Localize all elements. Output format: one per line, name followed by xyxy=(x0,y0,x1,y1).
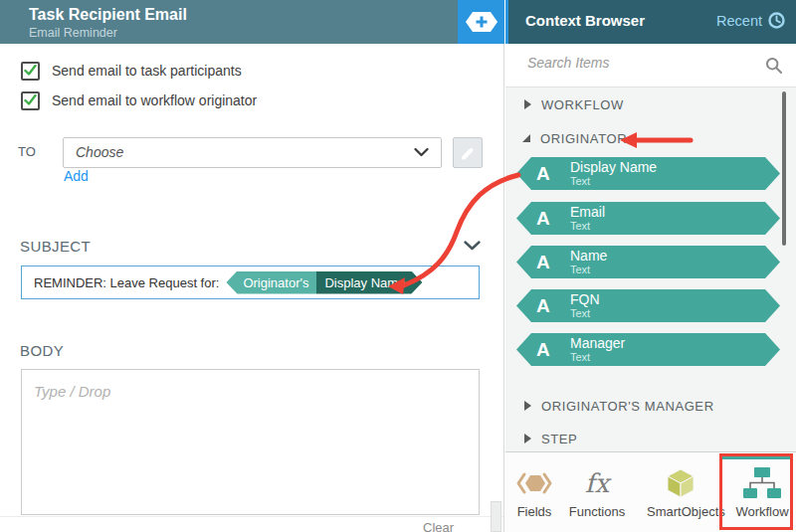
field-chip-email[interactable]: A Email Text xyxy=(516,202,780,235)
checkbox-row-task-participants: Send email to task participants xyxy=(21,61,242,81)
body-placeholder: Type / Drop xyxy=(34,383,110,400)
chip-type: Text xyxy=(570,175,657,187)
tree-scrollbar[interactable] xyxy=(782,91,786,246)
fx-icon: fx xyxy=(585,470,609,496)
check-icon xyxy=(24,94,37,106)
to-field-label: TO xyxy=(18,144,36,159)
chip-title: Display Name xyxy=(570,160,657,175)
send-to-workflow-originator-checkbox[interactable] xyxy=(21,91,40,110)
clock-history-icon xyxy=(768,12,785,29)
search-bar xyxy=(505,44,796,88)
add-recipient-link[interactable]: Add xyxy=(64,168,89,184)
fields-brackets-hexagon-icon xyxy=(515,471,553,495)
chip-title: FQN xyxy=(570,292,600,307)
subject-section-label: SUBJECT xyxy=(20,238,91,255)
checkbox-label: Send email to task participants xyxy=(52,63,242,79)
collapsed-triangle-icon xyxy=(524,99,531,109)
body-editor[interactable]: Type / Drop xyxy=(21,369,480,515)
screen: Task Recipient Email Email Reminder Send… xyxy=(0,0,796,532)
context-browser-header: Context Browser Recent xyxy=(505,0,796,44)
tab-fields[interactable]: Fields xyxy=(505,464,563,519)
recent-label: Recent xyxy=(716,13,762,29)
add-hexagon-button[interactable] xyxy=(458,0,504,44)
context-browser-panel: Context Browser Recent WORKFLOW ORIGINAT xyxy=(505,0,796,532)
tab-label: Fields xyxy=(505,504,563,519)
recent-button[interactable]: Recent xyxy=(716,12,785,29)
checkbox-row-workflow-originator: Send email to workflow originator xyxy=(21,90,257,110)
chip-type: Text xyxy=(570,220,605,232)
text-type-icon: A xyxy=(536,208,570,230)
tab-smartobjects[interactable]: SmartObjects xyxy=(647,464,714,519)
page-title: Task Recipient Email xyxy=(29,6,187,24)
chip-title: Manager xyxy=(570,336,625,351)
hexagon-plus-icon xyxy=(465,11,498,33)
chip-title: Name xyxy=(570,249,607,264)
token-field-segment: Display Name xyxy=(316,271,422,294)
chip-type: Text xyxy=(570,264,607,275)
tab-label: SmartObjects xyxy=(647,504,714,519)
subject-text: REMINDER: Leave Request for: xyxy=(34,275,219,290)
pencil-icon xyxy=(460,145,476,161)
tree-node-label: ORIGINATOR'S MANAGER xyxy=(541,399,714,414)
cube-icon xyxy=(664,466,697,500)
tree-node-label: WORKFLOW xyxy=(541,97,624,112)
field-chip-fqn[interactable]: A FQN Text xyxy=(516,289,780,322)
tree-node-label: ORIGINATOR xyxy=(540,131,627,146)
tree-node-label: STEP xyxy=(541,432,577,446)
context-browser-title: Context Browser xyxy=(525,12,645,29)
clear-body-link[interactable]: Clear xyxy=(423,520,454,532)
dropdown-value: Choose xyxy=(76,138,123,167)
body-section-label: BODY xyxy=(20,342,64,359)
checkbox-label: Send email to workflow originator xyxy=(52,92,257,108)
collapsed-triangle-icon xyxy=(524,434,531,443)
tab-label: Functions xyxy=(567,504,627,519)
edit-recipient-button[interactable] xyxy=(453,137,483,168)
send-to-task-participants-checkbox[interactable] xyxy=(21,62,40,81)
chip-title: Email xyxy=(570,205,605,220)
tab-functions[interactable]: fx Functions xyxy=(567,464,627,519)
tree-node-step[interactable]: STEP xyxy=(524,430,577,447)
text-type-icon: A xyxy=(536,295,570,317)
workflow-active-indicator xyxy=(722,455,790,459)
left-panel-scrollbar[interactable] xyxy=(491,501,501,532)
field-chip-manager[interactable]: A Manager Text xyxy=(516,333,780,366)
context-browser-toolbar: Fields fx Functions SmartObjects xyxy=(505,451,796,532)
email-settings-panel: Task Recipient Email Email Reminder Send… xyxy=(0,0,504,532)
check-icon xyxy=(24,65,37,77)
collapsed-triangle-icon xyxy=(524,401,531,411)
tree-node-workflow[interactable]: WORKFLOW xyxy=(524,95,624,113)
search-input[interactable] xyxy=(525,54,758,72)
originator-display-name-token[interactable]: Originator's Display Name xyxy=(226,271,422,294)
tree-node-originators-manager[interactable]: ORIGINATOR'S MANAGER xyxy=(524,397,714,415)
field-chip-display-name[interactable]: A Display Name Text xyxy=(516,157,780,190)
org-chart-icon xyxy=(742,466,782,500)
chip-type: Text xyxy=(570,307,600,319)
chevron-down-icon xyxy=(414,148,429,157)
text-type-icon: A xyxy=(536,252,570,273)
tree-node-originator[interactable]: ORIGINATOR xyxy=(522,129,627,147)
expanded-triangle-icon xyxy=(522,134,530,142)
tab-label: Workflow xyxy=(732,504,792,519)
search-icon[interactable] xyxy=(765,57,783,75)
text-type-icon: A xyxy=(536,163,570,185)
panel-header: Task Recipient Email Email Reminder xyxy=(0,0,504,44)
footer-divider xyxy=(0,516,503,517)
page-subtitle: Email Reminder xyxy=(29,26,117,40)
tab-workflow[interactable]: Workflow xyxy=(732,464,792,519)
field-chip-name[interactable]: A Name Text xyxy=(516,246,780,278)
subject-input[interactable]: REMINDER: Leave Request for: Originator'… xyxy=(21,266,480,299)
to-recipient-dropdown[interactable]: Choose xyxy=(63,137,442,168)
chip-type: Text xyxy=(570,351,625,363)
text-type-icon: A xyxy=(536,339,570,361)
collapse-chevron-icon[interactable] xyxy=(464,241,481,251)
token-context-segment: Originator's xyxy=(226,271,316,294)
